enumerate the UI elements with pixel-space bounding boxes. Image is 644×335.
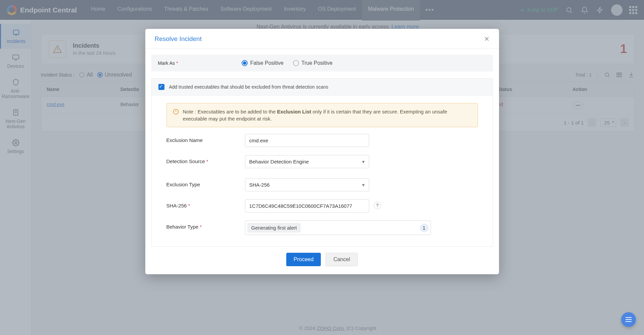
exclusion-checkbox[interactable] — [158, 84, 164, 90]
radio-label: True Positive — [301, 60, 333, 66]
row-behavior-type: Behavior Type * Generating first alert 1 — [166, 221, 478, 235]
radio-dot-icon — [242, 60, 248, 66]
row-exclusion-type: Exclusion Type SHA-256 — [166, 178, 478, 191]
modal-close-button[interactable]: ✕ — [484, 35, 490, 43]
radio-dot-icon — [293, 60, 299, 66]
mark-as-label: Mark As * — [158, 60, 178, 66]
sha256-input[interactable] — [245, 199, 369, 212]
exclusion-name-input[interactable] — [245, 134, 369, 147]
modal-overlay: Resolve Incident ✕ Mark As * False Posit… — [0, 0, 644, 335]
menu-icon — [626, 317, 632, 322]
label-text: Detection Source — [166, 158, 205, 164]
row-sha256: SHA-256 * ? — [166, 199, 478, 212]
exclusion-type-select[interactable]: SHA-256 — [245, 178, 369, 191]
modal-title: Resolve Incident — [155, 35, 202, 43]
exclusion-checkbox-label: Add trusted executables that should be e… — [169, 84, 329, 90]
row-detection-source: Detection Source * Behavior Detection En… — [166, 155, 478, 168]
exclusion-note: Note : Executables are to be added to th… — [166, 103, 478, 127]
note-text: Note : Executables are to be added to th… — [183, 109, 277, 114]
floating-menu-button[interactable] — [621, 312, 636, 327]
mark-as-row: Mark As * False Positive True Positive — [151, 55, 493, 71]
markas-true-positive-radio[interactable]: True Positive — [293, 60, 333, 66]
markas-false-positive-radio[interactable]: False Positive — [242, 60, 284, 66]
behavior-type-field[interactable]: Generating first alert 1 — [245, 221, 431, 235]
exclusion-header: Add trusted executables that should be e… — [152, 79, 493, 96]
note-bold: Exclusion List — [277, 109, 311, 114]
resolve-incident-modal: Resolve Incident ✕ Mark As * False Posit… — [145, 29, 499, 274]
exclusion-block: Add trusted executables that should be e… — [151, 78, 493, 247]
field-label: Behavior Type * — [166, 221, 245, 230]
label-text: Mark As — [158, 60, 175, 66]
row-exclusion-name: Exclusion Name — [166, 134, 478, 147]
label-text: Behavior Type — [166, 224, 199, 230]
field-label: Exclusion Name — [166, 134, 245, 143]
field-label: Detection Source * — [166, 155, 245, 164]
radio-label: False Positive — [250, 60, 284, 66]
detection-source-select[interactable]: Behavior Detection Engine — [245, 155, 369, 168]
proceed-button[interactable]: Proceed — [286, 253, 321, 266]
sha256-help-icon[interactable]: ? — [374, 202, 381, 209]
warning-icon — [173, 109, 179, 122]
field-label: SHA-256 * — [166, 199, 245, 208]
modal-actions: Proceed Cancel — [145, 253, 499, 266]
behavior-tag[interactable]: Generating first alert — [247, 223, 301, 233]
label-text: SHA-256 — [166, 203, 187, 208]
behavior-count-badge: 1 — [420, 224, 429, 232]
modal-header: Resolve Incident ✕ — [145, 29, 499, 49]
field-label: Exclusion Type — [166, 178, 245, 187]
exclusion-form: Exclusion Name Detection Source * Behavi… — [152, 134, 493, 246]
cancel-button[interactable]: Cancel — [326, 253, 358, 266]
